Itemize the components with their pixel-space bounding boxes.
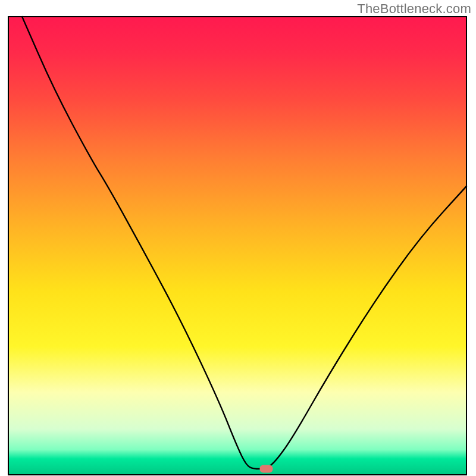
optimal-marker xyxy=(260,465,273,472)
gradient-background xyxy=(8,17,466,475)
chart-container: TheBottleneck.com xyxy=(0,0,476,476)
watermark-text: TheBottleneck.com xyxy=(357,1,471,17)
plot-area xyxy=(8,17,466,475)
bottleneck-chart xyxy=(0,0,476,476)
